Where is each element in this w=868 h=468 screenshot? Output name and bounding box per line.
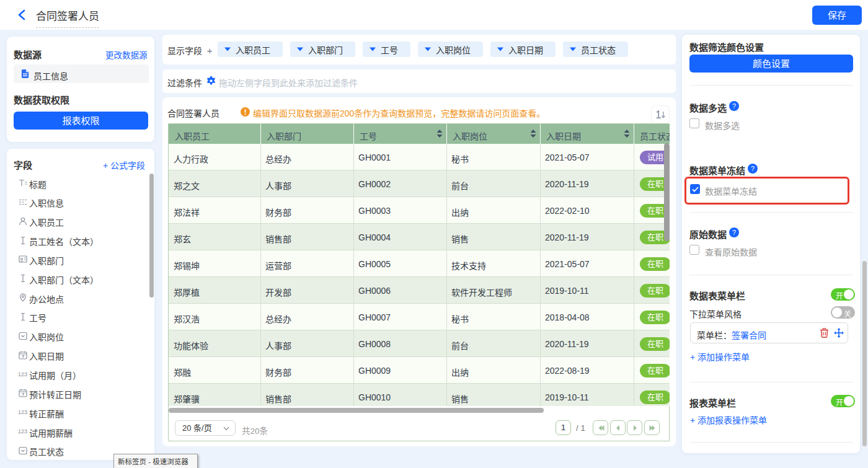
svg-text:?: ? bbox=[751, 165, 755, 172]
svg-text:?: ? bbox=[732, 229, 736, 236]
svg-text:?: ? bbox=[732, 102, 736, 110]
